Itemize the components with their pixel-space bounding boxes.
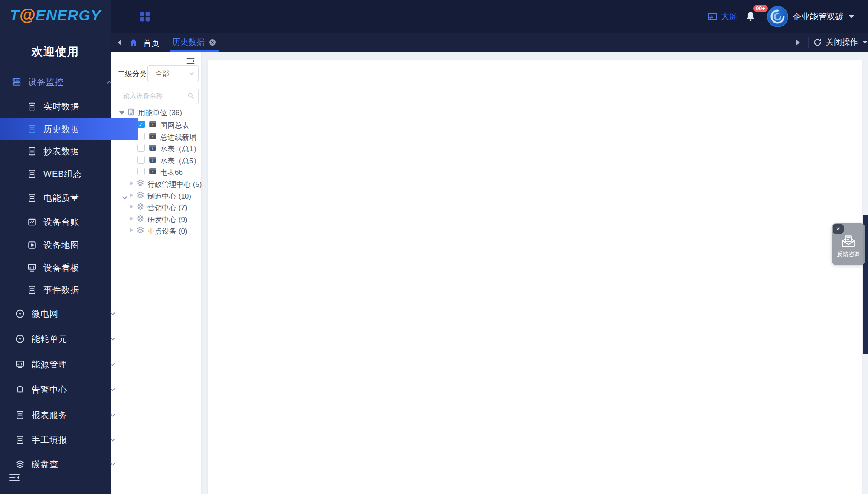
doc-icon — [15, 410, 25, 420]
panel-fold-icon[interactable] — [186, 56, 195, 66]
sidebar-collapse-icon[interactable] — [9, 471, 20, 483]
tree-node-group-2[interactable]: 营销中心 (7) — [147, 203, 187, 213]
sidebar-item-label: 能源管理 — [32, 359, 67, 370]
chevron-down-icon — [849, 15, 854, 18]
tree-root-node[interactable]: 用能单位 (36) — [138, 108, 182, 118]
sidebar-item-label: 设备监控 — [28, 76, 64, 88]
sidebar-item-label: 微电网 — [32, 308, 58, 320]
doc-icon — [27, 169, 37, 179]
sidebar-item-1[interactable]: 实时数据 — [0, 95, 138, 118]
bigscreen-link[interactable]: 大屏 — [707, 11, 737, 22]
brand-logo: T@ENERGY — [0, 6, 111, 24]
tabs-scroll-right-icon[interactable] — [796, 40, 800, 46]
feedback-widget[interactable]: ✕ 反馈咨询 — [832, 223, 865, 265]
home-icon[interactable] — [129, 38, 138, 47]
board-icon — [15, 360, 25, 369]
sidebar: T@ENERGY 欢迎使用 设备监控实时数据历史数据抄表数据WEB组态电能质量设… — [0, 0, 111, 494]
sidebar-item-7[interactable]: 设备地图 — [0, 234, 138, 256]
app-grid-icon[interactable] — [139, 11, 151, 23]
feedback-close-icon[interactable]: ✕ — [833, 224, 844, 234]
topbar: 大屏 99+ 企业能管双碳 — [111, 0, 868, 33]
doc-icon — [27, 193, 37, 202]
notification-badge: 99+ — [753, 4, 769, 13]
search-icon — [187, 92, 194, 99]
doc-icon — [27, 102, 37, 111]
chevron-down-icon — [110, 336, 116, 342]
sidebar-item-0[interactable]: 设备监控 — [0, 71, 123, 93]
doc-icon — [15, 435, 25, 445]
bigscreen-label: 大屏 — [721, 11, 737, 22]
bolt-icon — [15, 334, 25, 344]
sidebar-item-3[interactable]: 抄表数据 — [0, 140, 138, 162]
active-tab-underline — [170, 50, 219, 52]
envelope-icon — [839, 234, 858, 249]
tree-node-group-0[interactable]: 行政管理中心 (5) — [147, 179, 202, 189]
avatar[interactable] — [767, 6, 788, 27]
server-icon — [12, 77, 21, 87]
sidebar-item-label: 抄表数据 — [43, 146, 79, 157]
logo-text-left: T — [10, 7, 19, 23]
chevron-up-icon — [106, 79, 112, 85]
doc-icon — [27, 285, 37, 295]
chevron-down-icon — [110, 311, 116, 317]
doc-icon — [27, 147, 37, 156]
sidebar-item-11[interactable]: 能耗单元 — [0, 328, 126, 350]
sidebar-item-6[interactable]: 设备台账 — [0, 211, 138, 233]
tree-node-meter-3[interactable]: 水表（总5） — [160, 156, 200, 166]
tab-history-data[interactable]: 历史数据 — [172, 33, 216, 51]
tab-label: 历史数据 — [172, 37, 205, 48]
sidebar-item-5[interactable]: 电能质量 — [0, 187, 138, 209]
close-operations-dropdown[interactable]: 关闭操作 — [826, 33, 868, 51]
chevron-down-icon — [110, 387, 116, 393]
doc-icon — [27, 124, 37, 134]
refresh-icon[interactable] — [813, 38, 822, 47]
electric-meter-icon — [148, 167, 157, 176]
sidebar-item-4[interactable]: WEB组态 — [0, 163, 138, 185]
logo-text-right: ENERGY — [35, 7, 101, 23]
sidebar-item-label: 事件数据 — [43, 284, 79, 296]
tab-bar: 首页 历史数据 关闭操作 — [111, 33, 868, 52]
board-icon — [27, 263, 37, 272]
tree-checkbox-2[interactable] — [137, 144, 145, 152]
sidebar-item-label: 电能质量 — [43, 192, 79, 204]
chevron-down-icon — [189, 71, 195, 77]
tree-node-meter-4[interactable]: 电表66 — [160, 168, 183, 177]
notification-bell-icon[interactable] — [745, 11, 756, 22]
chevron-down-icon — [121, 195, 128, 201]
sidebar-item-9[interactable]: 事件数据 — [0, 279, 138, 301]
sidebar-item-15[interactable]: 手工填报 — [0, 429, 126, 451]
tree-node-meter-1[interactable]: 总进线新增 — [160, 133, 196, 142]
water-meter-icon — [148, 156, 157, 164]
chevron-down-icon — [862, 41, 868, 44]
tree-checkbox-0[interactable]: ✓ — [137, 121, 145, 128]
sidebar-item-label: 手工填报 — [32, 434, 67, 446]
tree-checkbox-4[interactable] — [137, 168, 145, 175]
sidebar-item-14[interactable]: 报表服务 — [0, 404, 126, 426]
sidebar-item-12[interactable]: 能源管理 — [0, 353, 126, 376]
sidebar-item-label: 告警中心 — [32, 384, 67, 396]
sidebar-item-10[interactable]: 微电网 — [0, 303, 126, 325]
feedback-label: 反馈咨询 — [832, 251, 865, 258]
tab-home[interactable]: 首页 — [143, 38, 159, 49]
tabs-scroll-left-icon[interactable] — [118, 40, 121, 46]
tree-checkbox-3[interactable] — [137, 156, 145, 164]
bolt-icon — [15, 309, 25, 318]
category-select[interactable]: 全部 — [147, 65, 199, 82]
tab-close-icon[interactable] — [209, 39, 216, 46]
org-switcher[interactable]: 企业能管双碳 — [793, 0, 854, 33]
alarm-icon — [15, 385, 25, 394]
chevron-down-icon — [110, 361, 116, 368]
chevron-down-icon — [110, 461, 116, 468]
tree-checkbox-1[interactable] — [137, 133, 145, 140]
tree-node-group-1[interactable]: 制造中心 (10) — [147, 191, 191, 201]
sidebar-item-label: 设备台账 — [43, 217, 79, 228]
sidebar-item-label: 能耗单元 — [32, 333, 67, 345]
sidebar-item-8[interactable]: 设备看板 — [0, 257, 138, 279]
sidebar-item-13[interactable]: 告警中心 — [0, 378, 126, 401]
sidebar-item-2[interactable]: 历史数据 — [0, 118, 138, 140]
tree-node-meter-0[interactable]: 国网总表 — [160, 121, 189, 130]
tree-node-meter-2[interactable]: 水表（总1） — [160, 144, 200, 154]
tree-node-group-3[interactable]: 研发中心 (9) — [147, 215, 187, 225]
sidebar-item-label: 实时数据 — [43, 101, 79, 113]
tree-node-group-4[interactable]: 重点设备 (0) — [147, 226, 187, 236]
